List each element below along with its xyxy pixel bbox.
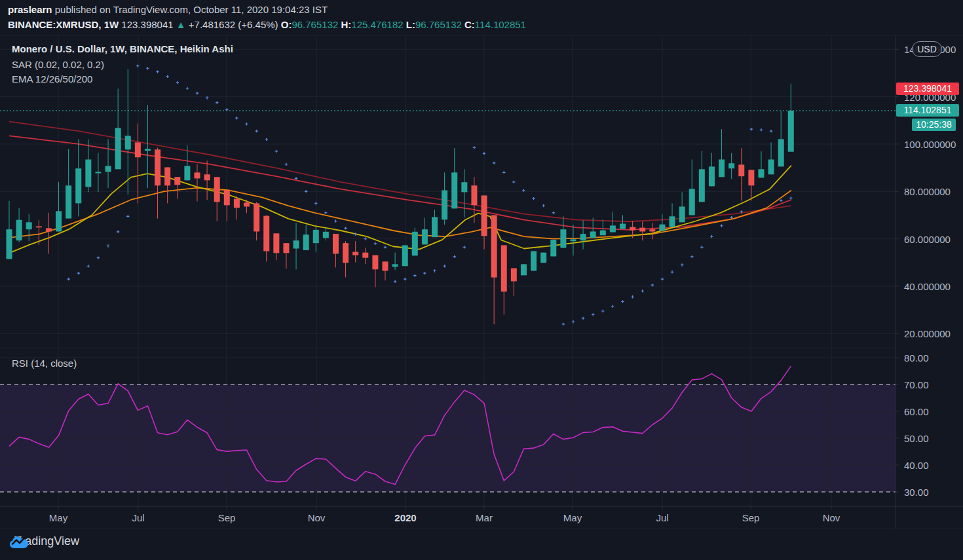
- time-tick-label: Nov: [308, 512, 326, 523]
- candle-body: [105, 166, 111, 172]
- candle-body: [75, 168, 81, 203]
- sar-dot: [324, 212, 327, 214]
- time-tick-label: May: [49, 512, 67, 523]
- candle-body: [204, 174, 210, 180]
- rsi-tick-label: 80.00: [904, 352, 929, 364]
- time-tick-label: Nov: [823, 512, 840, 523]
- candle-body: [412, 232, 418, 256]
- sar-dot: [364, 237, 367, 240]
- tradingview-logo[interactable]: TradingView: [9, 534, 79, 548]
- candle-body: [610, 225, 616, 232]
- candle-body: [451, 172, 457, 208]
- sar-dot: [463, 246, 466, 248]
- candle-body: [511, 269, 517, 282]
- indicator-ema[interactable]: EMA 12/26/50/200: [12, 73, 233, 84]
- candle-body: [649, 229, 655, 231]
- candle-body: [402, 245, 408, 266]
- rsi-tick-label: 50.00: [904, 433, 929, 444]
- sar-dot: [384, 246, 387, 248]
- currency-toggle-button[interactable]: USD: [912, 41, 942, 57]
- candle-body: [521, 264, 527, 275]
- sar-dot: [443, 265, 445, 267]
- candle-body: [382, 261, 388, 271]
- chart-title[interactable]: Monero / U.S. Dollar, 1W, BINANCE, Heiki…: [12, 43, 233, 54]
- candle-body: [46, 228, 52, 231]
- candle-body: [580, 234, 586, 240]
- candle-body: [224, 191, 230, 206]
- sar-dot: [562, 323, 565, 326]
- sar-dot: [77, 272, 80, 274]
- sar-dot: [681, 263, 683, 266]
- sar-dot: [493, 162, 495, 164]
- sar-dot: [423, 272, 426, 274]
- candle-body: [7, 229, 12, 259]
- sar-dot: [572, 320, 575, 323]
- sar-dot: [512, 181, 515, 183]
- sar-dot: [780, 199, 782, 202]
- time-tick-label: 2020: [394, 512, 416, 523]
- candle-body: [699, 169, 705, 202]
- candle-body: [531, 251, 537, 271]
- sar-dot: [305, 190, 307, 193]
- candle-body: [461, 182, 467, 192]
- candle-body: [432, 217, 438, 237]
- candle-body: [778, 139, 784, 166]
- candle-body: [135, 142, 141, 157]
- candle-body: [323, 232, 329, 238]
- sar-dot: [641, 289, 644, 292]
- candle-body: [670, 216, 675, 227]
- sar-dot: [532, 197, 535, 200]
- sar-dot: [255, 130, 257, 132]
- candle-body: [145, 149, 151, 151]
- candle-body: [362, 253, 368, 258]
- time-tick-label: May: [563, 512, 582, 523]
- sar-dot: [67, 278, 69, 280]
- sar-dot: [552, 212, 555, 214]
- candle-body: [560, 229, 566, 248]
- candle-body: [392, 264, 398, 267]
- candle-body: [333, 234, 339, 253]
- sar-dot: [621, 300, 624, 303]
- candle-body: [194, 172, 200, 178]
- sar-dot: [671, 271, 673, 273]
- sar-dot: [631, 295, 633, 298]
- sar-dot: [413, 274, 416, 277]
- price-tick-label: 100.000000: [904, 139, 956, 150]
- candle-body: [263, 216, 269, 252]
- candle-body: [16, 220, 22, 240]
- candle-body: [788, 111, 794, 152]
- candle-body: [115, 128, 121, 169]
- sar-dot: [344, 227, 347, 229]
- sar-dot: [601, 310, 604, 312]
- candle-body: [343, 243, 349, 263]
- sar-dot: [285, 163, 288, 166]
- candle-body: [352, 252, 358, 255]
- sar-dot: [126, 215, 129, 217]
- candle-body: [85, 159, 91, 187]
- candle-body: [738, 164, 744, 176]
- candle-body: [283, 243, 289, 253]
- price-tick-label: 80.000000: [904, 186, 951, 197]
- candle-body: [66, 185, 71, 218]
- sar-dot: [404, 278, 406, 280]
- candle-body: [728, 163, 734, 168]
- candle-body: [303, 234, 309, 250]
- candle-body: [471, 185, 477, 205]
- sar-dot: [611, 305, 614, 308]
- sar-dot: [433, 269, 436, 272]
- candle-body: [442, 191, 447, 220]
- rsi-tick-label: 70.00: [904, 379, 929, 390]
- candle-body: [95, 172, 101, 173]
- indicator-sar[interactable]: SAR (0.02, 0.02, 0.2): [12, 59, 233, 70]
- candle-body: [590, 231, 596, 238]
- candle-body: [125, 136, 131, 149]
- sar-dot: [216, 101, 218, 103]
- candle-body: [689, 189, 695, 215]
- candle-body: [234, 199, 240, 208]
- candle-body: [679, 206, 685, 222]
- indicator-rsi[interactable]: RSI (14, close): [12, 358, 77, 369]
- candle-body: [184, 166, 190, 180]
- candle-body: [164, 167, 170, 185]
- candle-body: [174, 177, 180, 185]
- candle-body: [600, 231, 606, 236]
